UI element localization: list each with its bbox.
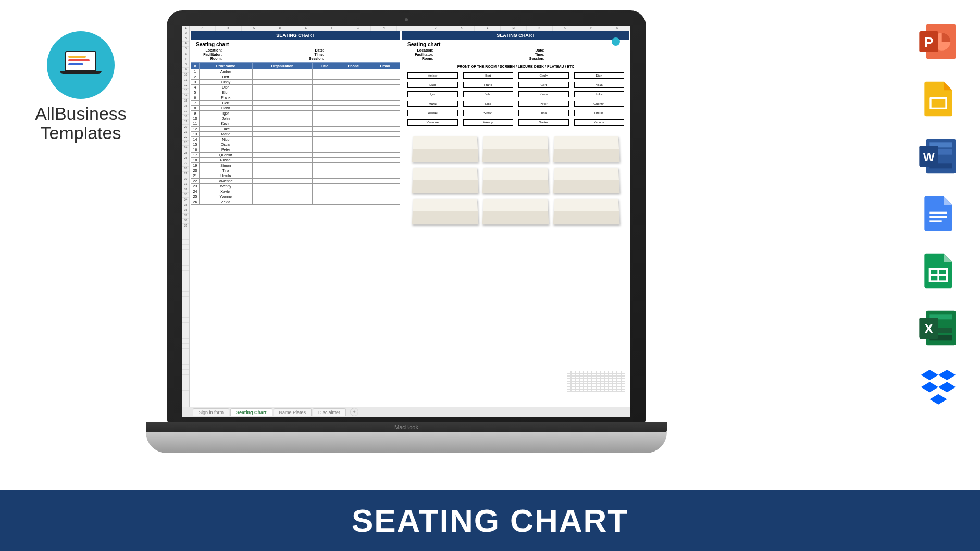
label-time: Time: bbox=[298, 53, 324, 56]
seat-box[interactable]: John bbox=[463, 91, 513, 97]
field-facilitator-r[interactable] bbox=[436, 53, 514, 56]
field-room[interactable] bbox=[224, 57, 294, 60]
table-row[interactable]: 7Gert bbox=[191, 101, 400, 106]
seat-box[interactable]: Igor bbox=[407, 91, 457, 97]
add-sheet-button[interactable]: + bbox=[350, 408, 358, 416]
attendee-table[interactable]: #Print NameOrganizationTitlePhoneEmail1A… bbox=[191, 62, 400, 205]
seat-box[interactable]: Mario bbox=[407, 101, 457, 107]
label-date-r: Date: bbox=[518, 48, 544, 52]
table-row[interactable]: 9Igor bbox=[191, 111, 400, 116]
field-room-r[interactable] bbox=[436, 57, 514, 60]
seat-box[interactable]: Quentin bbox=[574, 101, 624, 107]
column-headers: ABCDEFGHIJKLMNOPQ bbox=[190, 26, 630, 31]
table-row[interactable]: 5Elon bbox=[191, 90, 400, 95]
seat-box[interactable]: Amber bbox=[407, 72, 457, 79]
seat-box[interactable]: Peter bbox=[518, 101, 568, 107]
table-row[interactable]: 10John bbox=[191, 116, 400, 121]
seat-box[interactable]: Russel bbox=[407, 110, 457, 116]
table-row[interactable]: 25Yvonne bbox=[191, 194, 400, 199]
table-row[interactable]: 21Ursula bbox=[191, 173, 400, 179]
right-panel: SEATING CHART Seating chart Location:Dat… bbox=[401, 31, 630, 407]
table-row[interactable]: 12Luke bbox=[191, 127, 400, 132]
label-date: Date: bbox=[298, 48, 324, 52]
table-row[interactable]: 8Hank bbox=[191, 106, 400, 111]
seat-box[interactable]: Bert bbox=[463, 72, 513, 79]
name-plate bbox=[554, 136, 619, 162]
name-plates-grid bbox=[402, 126, 629, 224]
label-location-r: Location: bbox=[407, 48, 433, 52]
name-plate bbox=[483, 136, 548, 162]
table-row[interactable]: 1Amber bbox=[191, 69, 400, 74]
seat-box[interactable]: =B16 bbox=[574, 82, 624, 88]
field-session-r[interactable] bbox=[547, 57, 625, 60]
table-row[interactable]: 13Mario bbox=[191, 132, 400, 137]
table-row[interactable]: 15Oscar bbox=[191, 142, 400, 147]
table-row[interactable]: 2Bert bbox=[191, 74, 400, 80]
name-plate bbox=[554, 167, 619, 193]
table-row[interactable]: 3Cindy bbox=[191, 80, 400, 85]
sheet-tab[interactable]: Seating Chart bbox=[230, 408, 272, 416]
svg-rect-14 bbox=[929, 216, 947, 218]
field-time-r[interactable] bbox=[547, 53, 625, 56]
table-row[interactable]: 17Quentin bbox=[191, 153, 400, 158]
seat-box[interactable]: Ursula bbox=[574, 110, 624, 116]
macbook-label: MacBook bbox=[394, 424, 418, 430]
field-time[interactable] bbox=[326, 53, 396, 56]
seat-box[interactable]: Nico bbox=[463, 101, 513, 107]
label-facilitator-r: Facilitator: bbox=[407, 53, 433, 56]
table-row[interactable]: 20Tina bbox=[191, 168, 400, 173]
powerpoint-icon: P bbox=[917, 21, 959, 62]
google-slides-icon bbox=[917, 78, 959, 120]
row-headers: 1234567891011121314151617181920212223242… bbox=[182, 26, 190, 407]
sheet-tab[interactable]: Name Plates bbox=[274, 408, 312, 416]
svg-rect-13 bbox=[929, 212, 947, 214]
table-row[interactable]: 4Dion bbox=[191, 85, 400, 90]
table-row[interactable]: 6Frank bbox=[191, 95, 400, 101]
seat-box[interactable]: Kevin bbox=[518, 91, 568, 97]
table-row[interactable]: 19Simon bbox=[191, 163, 400, 168]
table-row[interactable]: 26Zelda bbox=[191, 199, 400, 205]
app-icons-column: P W X bbox=[917, 21, 959, 406]
sheet-tab[interactable]: Sign in form bbox=[193, 408, 229, 416]
seat-box[interactable]: Wendy bbox=[463, 119, 513, 126]
table-row[interactable]: 24Xavier bbox=[191, 189, 400, 194]
word-icon: W bbox=[917, 135, 959, 177]
seat-box[interactable]: Vivienne bbox=[407, 119, 457, 126]
brand-block: AllBusiness Templates bbox=[26, 31, 135, 143]
mini-cells bbox=[567, 371, 625, 392]
name-plate bbox=[413, 198, 478, 224]
table-row[interactable]: 18Russel bbox=[191, 158, 400, 163]
table-row[interactable]: 11Kevin bbox=[191, 121, 400, 127]
table-row[interactable]: 16Peter bbox=[191, 147, 400, 153]
banner-text: SEATING CHART bbox=[352, 502, 628, 539]
brand-logo-circle bbox=[47, 31, 115, 99]
table-row[interactable]: 23Wendy bbox=[191, 184, 400, 189]
seat-box[interactable]: Simon bbox=[463, 110, 513, 116]
seat-box[interactable]: Gert bbox=[518, 82, 568, 88]
field-session[interactable] bbox=[326, 57, 396, 60]
svg-text:X: X bbox=[924, 321, 933, 336]
seat-box[interactable]: Yvonne bbox=[574, 119, 624, 126]
field-date[interactable] bbox=[326, 48, 396, 52]
field-facilitator[interactable] bbox=[224, 53, 294, 56]
field-location-r[interactable] bbox=[436, 48, 514, 52]
seat-box[interactable]: Dion bbox=[574, 72, 624, 79]
brand-name: AllBusiness Templates bbox=[26, 104, 135, 143]
field-date-r[interactable] bbox=[547, 48, 625, 52]
seat-box[interactable]: Frank bbox=[463, 82, 513, 88]
sheet-tab[interactable]: Disclaimer bbox=[313, 408, 346, 416]
table-row[interactable]: 22Vivienne bbox=[191, 179, 400, 184]
field-location[interactable] bbox=[224, 48, 294, 52]
seat-box[interactable]: Elon bbox=[407, 82, 457, 88]
seat-box[interactable]: Xavier bbox=[518, 119, 568, 126]
table-row[interactable]: 14Nico bbox=[191, 137, 400, 142]
label-room: Room: bbox=[196, 57, 222, 60]
page-banner: SEATING CHART bbox=[0, 489, 980, 551]
seat-box[interactable]: Luke bbox=[574, 91, 624, 97]
seat-box[interactable]: Tina bbox=[518, 110, 568, 116]
name-plate bbox=[483, 167, 548, 193]
seat-box[interactable]: Cindy bbox=[518, 72, 568, 79]
seat-grid: AmberBertCindyDionElonFrankGert=B16IgorJ… bbox=[402, 72, 629, 126]
label-facilitator: Facilitator: bbox=[196, 53, 222, 56]
svg-text:P: P bbox=[924, 34, 934, 50]
